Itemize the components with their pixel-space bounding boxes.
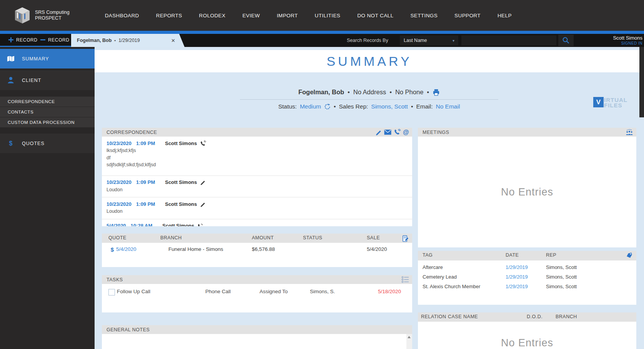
tag-date[interactable]: 1/29/2019: [506, 264, 546, 270]
phone-call-icon: [200, 140, 206, 146]
remove-record-button[interactable]: RECORD: [40, 34, 70, 46]
signed-in-user[interactable]: Scott Simons SIGNED IN: [613, 35, 642, 45]
entry-time: 1:09 PM: [136, 201, 155, 207]
sidebar-item-contacts[interactable]: CONTACTS: [0, 107, 95, 117]
tag-header-row: TAG DATE REP: [418, 251, 636, 260]
pencil-icon[interactable]: [375, 129, 382, 135]
meetings-header: MEETINGS: [418, 128, 636, 137]
tag-panel: TAG DATE REP Aftercare 1/29/2019 Si: [418, 251, 636, 305]
relation-empty-state: No Entries: [501, 337, 553, 349]
status-value[interactable]: Medium: [300, 103, 321, 110]
plus-icon: [8, 37, 13, 42]
general-notes-editor[interactable]: [102, 334, 412, 349]
correspondence-entry[interactable]: 5/4/2020 10:28 AM Scott Simons: [102, 219, 412, 227]
top-navigation: SRS Computing PROSPECT DASHBOARD REPORTS…: [0, 0, 644, 31]
email-value[interactable]: No Email: [436, 103, 460, 110]
tag-col-header: REP: [546, 252, 556, 258]
entry-date[interactable]: 10/23/2020: [107, 201, 131, 207]
refresh-icon[interactable]: [324, 104, 331, 110]
correspondence-title: CORRESPONDENCE: [107, 130, 157, 135]
task-row[interactable]: Follow Up Call Phone Call Assigned To Si…: [102, 289, 412, 297]
add-record-button[interactable]: RECORD: [8, 34, 38, 46]
tag-date[interactable]: 1/29/2019: [506, 284, 546, 289]
at-icon[interactable]: @: [403, 129, 409, 135]
tag-row[interactable]: Aftercare 1/29/2019 Simons, Scott: [418, 262, 636, 272]
quote-col-header: SALE: [367, 235, 380, 240]
sidebar-item-correspondence[interactable]: CORRESPONDENCE: [0, 97, 95, 107]
brand-text: SRS Computing PROSPECT: [35, 10, 70, 21]
quote-panel: QUOTE BRANCH AMOUNT STATUS SALE $ 5/4/20…: [102, 234, 412, 267]
tag-date[interactable]: 1/29/2019: [506, 274, 546, 280]
search-input[interactable]: [461, 35, 556, 45]
nav-dashboard[interactable]: DASHBOARD: [105, 13, 139, 18]
sales-rep-value[interactable]: Simons, Scott: [371, 103, 408, 110]
task-name: Follow Up Call: [117, 289, 150, 294]
nav-do-not-call[interactable]: DO NOT CALL: [357, 13, 393, 18]
tag-row[interactable]: Cemetery Lead 1/29/2019 Simons, Scott: [418, 272, 636, 282]
sidebar-item-summary[interactable]: SUMMARY: [0, 49, 95, 68]
phone-icon[interactable]: [394, 129, 401, 136]
general-notes-header: GENERAL NOTES: [102, 325, 412, 334]
divider: [240, 99, 498, 100]
sidebar-item-client[interactable]: CLIENT: [0, 70, 95, 90]
quote-row[interactable]: $ 5/4/2020 Funeral Home - Simons $6,576.…: [102, 246, 412, 255]
correspondence-entry[interactable]: 10/23/2020 1:09 PM Scott Simons Loudon: [102, 197, 412, 219]
tag-name: Aftercare: [423, 264, 506, 270]
virtual-files-text: IRTUAL FILES: [604, 97, 627, 108]
task-type: Phone Call: [205, 289, 231, 294]
quote-branch: Funeral Home - Simons: [168, 246, 223, 252]
search-by-dropdown[interactable]: Last Name ▾: [400, 35, 458, 45]
relation-panel: RELATION CASE NAME D.O.D. BRANCH No Entr…: [418, 312, 636, 349]
quote-date-link[interactable]: 5/4/2020: [116, 246, 136, 252]
sidebar: SUMMARY CLIENT CORRESPONDENCE CONTACTS C…: [0, 47, 95, 349]
correspondence-panel: CORRESPONDENCE @: [102, 128, 412, 226]
nav-support[interactable]: SUPPORT: [454, 13, 481, 18]
task-list-icon[interactable]: [401, 276, 409, 283]
new-quote-icon[interactable]: [402, 235, 409, 242]
tasks-title: TASKS: [107, 277, 123, 282]
tag-rep: Simons, Scott: [546, 274, 636, 280]
notes-scrollbar[interactable]: [406, 334, 412, 349]
entry-date[interactable]: 10/23/2020: [107, 140, 131, 146]
entry-text: Loudon: [107, 186, 409, 194]
task-checkbox[interactable]: [108, 289, 115, 296]
tasks-header: TASKS: [102, 275, 412, 284]
page-title-band: SUMMARY: [95, 50, 644, 72]
tag-icon[interactable]: [626, 252, 633, 259]
task-due-date: 5/18/2020: [378, 289, 401, 294]
relation-header-row: RELATION CASE NAME D.O.D. BRANCH: [418, 312, 636, 322]
bullet-separator: •: [334, 103, 336, 110]
phone-call-icon: [197, 223, 203, 227]
entry-date[interactable]: 5/4/2020: [107, 223, 126, 226]
correspondence-entry[interactable]: 10/23/2020 1:09 PM Scott Simons Loudon: [102, 176, 412, 198]
nav-reports[interactable]: REPORTS: [156, 13, 182, 18]
bullet-separator: •: [114, 38, 116, 43]
quote-col-header: BRANCH: [160, 235, 182, 240]
record-tab[interactable]: Fogelman, Bob • 1/29/2019 ✕: [71, 34, 185, 47]
printer-icon[interactable]: [433, 89, 440, 96]
sidebar-item-custom-data[interactable]: CUSTOM DATA PROCESSION: [0, 117, 95, 128]
main-content: SUMMARY Fogelman, Bob • No Address • No …: [95, 47, 644, 349]
scroll-up-icon[interactable]: [408, 336, 411, 338]
client-name: Fogelman, Bob: [298, 89, 344, 96]
tag-row[interactable]: St. Alexis Church Member 1/29/2019 Simon…: [418, 282, 636, 291]
client-summary-line: Fogelman, Bob • No Address • No Phone •: [200, 89, 538, 96]
tab-close-icon[interactable]: ✕: [171, 38, 175, 43]
nav-utilities[interactable]: UTILITIES: [315, 13, 341, 18]
quote-col-header: AMOUNT: [252, 235, 274, 240]
pencil-icon: [200, 201, 206, 207]
tab-record-date: 1/29/2019: [118, 38, 140, 43]
envelope-icon[interactable]: [384, 129, 391, 135]
correspondence-entry[interactable]: 10/23/2020 1:09 PM Scott Simons lksdj;kf…: [102, 137, 412, 176]
sidebar-item-quotes[interactable]: $ QUOTES: [0, 134, 95, 153]
nav-rolodex[interactable]: ROLODEX: [199, 13, 226, 18]
nav-settings[interactable]: SETTINGS: [410, 13, 438, 18]
brand-line2: PROSPECT: [35, 15, 70, 21]
nav-import[interactable]: IMPORT: [277, 13, 298, 18]
virtual-files-logo: V IRTUAL FILES: [593, 97, 627, 108]
search-button[interactable]: [558, 35, 574, 46]
nav-eview[interactable]: EVIEW: [242, 13, 260, 18]
nav-help[interactable]: HELP: [498, 13, 512, 18]
entry-date[interactable]: 10/23/2020: [107, 179, 131, 185]
meeting-people-icon[interactable]: [626, 129, 633, 135]
